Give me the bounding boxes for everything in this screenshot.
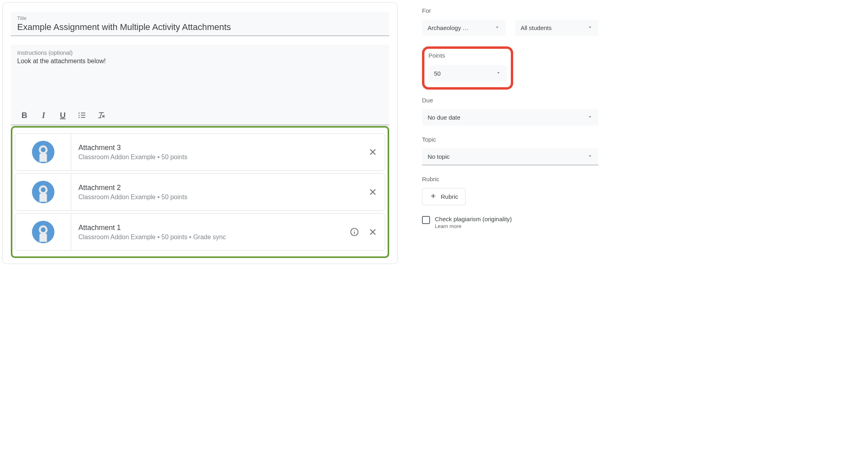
italic-button[interactable]: I <box>39 110 48 120</box>
points-select[interactable]: 50 <box>428 65 507 82</box>
plus-icon <box>430 192 437 201</box>
for-label: For <box>422 7 598 14</box>
info-icon[interactable] <box>350 227 359 237</box>
plagiarism-label: Check plagiarism (originality) <box>435 216 512 222</box>
topic-select[interactable]: No topic <box>422 148 598 165</box>
points-highlight: Points 50 <box>422 46 513 90</box>
title-field[interactable]: Title <box>11 12 389 36</box>
caret-down-icon <box>587 153 593 160</box>
due-label: Due <box>422 97 598 104</box>
attachment-body: Attachment 1 Classroom Addon Example • 5… <box>71 214 350 250</box>
attachment-body: Attachment 2 Classroom Addon Example • 5… <box>71 174 368 210</box>
attachment-title: Attachment 2 <box>78 184 361 192</box>
class-select-value: Archaeology … <box>428 24 469 31</box>
plagiarism-checkbox[interactable] <box>422 216 430 224</box>
remove-attachment-button[interactable] <box>368 227 378 237</box>
attachment-subtitle: Classroom Addon Example • 50 points • Gr… <box>78 234 342 241</box>
due-date-select[interactable]: No due date <box>422 109 598 126</box>
clear-format-button[interactable] <box>96 110 106 120</box>
attachment-subtitle: Classroom Addon Example • 50 points <box>78 154 361 161</box>
attachment-title: Attachment 3 <box>78 144 361 152</box>
format-toolbar: B I U <box>17 106 383 120</box>
instructions-field[interactable]: Instructions (optional) Look at the atta… <box>11 45 389 125</box>
caret-down-icon <box>587 24 593 31</box>
bold-button[interactable]: B <box>20 110 29 120</box>
attachment-card[interactable]: Attachment 3 Classroom Addon Example • 5… <box>15 133 385 171</box>
assignment-card: Title Instructions (optional) Look at th… <box>2 2 398 264</box>
points-label: Points <box>428 52 507 59</box>
rubric-label: Rubric <box>422 176 598 182</box>
attachment-subtitle: Classroom Addon Example • 50 points <box>78 194 361 201</box>
attachment-icon <box>15 134 71 170</box>
class-select[interactable]: Archaeology … <box>422 20 506 36</box>
svg-point-0 <box>78 112 80 114</box>
topic-label: Topic <box>422 136 598 143</box>
learn-more-link[interactable]: Learn more <box>435 223 512 229</box>
students-select-value: All students <box>521 24 552 31</box>
bullet-list-button[interactable] <box>77 110 87 120</box>
points-value: 50 <box>434 70 441 77</box>
svg-point-2 <box>78 115 80 116</box>
instructions-label: Instructions (optional) <box>17 50 383 56</box>
svg-point-14 <box>354 230 355 231</box>
attachment-body: Attachment 3 Classroom Addon Example • 5… <box>71 134 368 170</box>
remove-attachment-button[interactable] <box>368 147 378 157</box>
title-label: Title <box>17 16 383 21</box>
attachment-title: Attachment 1 <box>78 224 342 232</box>
caret-down-icon <box>587 114 593 121</box>
remove-attachment-button[interactable] <box>368 187 378 197</box>
title-input[interactable] <box>17 22 383 32</box>
underline-button[interactable]: U <box>58 110 68 120</box>
caret-down-icon <box>496 70 501 77</box>
topic-value: No topic <box>428 153 450 160</box>
add-rubric-button[interactable]: Rubric <box>422 188 466 205</box>
attachments-highlight: Attachment 3 Classroom Addon Example • 5… <box>11 126 389 258</box>
rubric-button-label: Rubric <box>441 193 458 200</box>
attachment-card[interactable]: Attachment 1 Classroom Addon Example • 5… <box>15 213 385 251</box>
students-select[interactable]: All students <box>515 20 599 36</box>
attachment-card[interactable]: Attachment 2 Classroom Addon Example • 5… <box>15 173 385 211</box>
caret-down-icon <box>494 24 500 31</box>
instructions-input[interactable]: Look at the attachments below! <box>17 58 383 106</box>
attachment-icon <box>15 174 71 210</box>
svg-point-4 <box>78 117 80 118</box>
due-date-value: No due date <box>428 114 460 121</box>
attachment-icon <box>15 214 71 250</box>
